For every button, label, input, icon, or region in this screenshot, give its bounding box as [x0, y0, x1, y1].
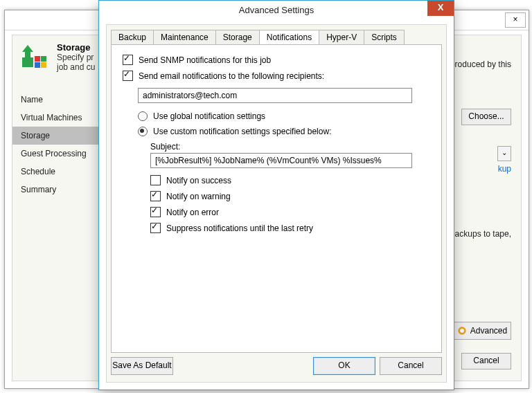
gear-icon	[457, 326, 467, 336]
snmp-label: Send SNMP notifications for this job	[139, 55, 271, 65]
svg-point-6	[461, 329, 463, 332]
sidebar-item-name[interactable]: Name	[12, 91, 109, 109]
save-as-default-button[interactable]: Save As Default	[111, 357, 173, 375]
notify-error-label: Notify on error	[166, 208, 219, 217]
notify-warning-label: Notify on warning	[166, 192, 231, 201]
suppress-checkbox[interactable]	[150, 223, 161, 233]
cancel-button[interactable]: Cancel	[380, 357, 442, 375]
wizard-page-subtitle: Specify prjob and cu	[57, 53, 95, 72]
tab-storage[interactable]: Storage	[215, 30, 260, 44]
notify-warning-checkbox[interactable]	[150, 191, 161, 201]
tab-backup[interactable]: Backup	[111, 30, 154, 44]
dialog-close-button[interactable]: X	[427, 1, 454, 16]
notify-success-label: Notify on success	[166, 176, 231, 185]
custom-settings-radio[interactable]	[138, 127, 148, 136]
dropdown-caret-icon[interactable]: ⌄	[497, 146, 511, 161]
sidebar-item-schedule[interactable]: Schedule	[12, 163, 109, 181]
sidebar-item-summary[interactable]: Summary	[12, 181, 109, 199]
tab-notifications[interactable]: Notifications	[259, 30, 319, 44]
advanced-settings-dialog: Advanced Settings X Backup Maintenance S…	[98, 0, 454, 390]
snmp-checkbox[interactable]	[123, 55, 133, 65]
custom-settings-label: Use custom notification settings specifi…	[153, 127, 331, 136]
storage-icon	[21, 42, 48, 70]
dialog-titlebar: Advanced Settings X	[99, 1, 454, 20]
suppress-label: Suppress notifications until the last re…	[166, 223, 313, 233]
svg-rect-1	[35, 56, 40, 62]
email-checkbox[interactable]	[123, 71, 133, 81]
wizard-sidebar: Name Virtual Machines Storage Guest Proc…	[12, 91, 109, 199]
tab-maintenance[interactable]: Maintenance	[153, 30, 216, 44]
ok-button[interactable]: OK	[313, 357, 375, 375]
email-recipients-input[interactable]	[138, 88, 412, 103]
svg-rect-2	[41, 56, 46, 62]
notify-success-checkbox[interactable]	[150, 175, 161, 185]
tab-hyper-v[interactable]: Hyper-V	[319, 30, 364, 44]
global-settings-label: Use global notification settings	[153, 111, 265, 121]
sidebar-item-storage[interactable]: Storage	[12, 127, 109, 145]
svg-rect-0	[22, 57, 33, 67]
bg-link-fragment[interactable]: kup	[498, 164, 511, 174]
sidebar-item-virtual-machines[interactable]: Virtual Machines	[12, 109, 109, 127]
notify-error-checkbox[interactable]	[150, 207, 161, 217]
sidebar-item-guest-processing[interactable]: Guest Processing	[12, 145, 109, 163]
tab-scripts[interactable]: Scripts	[364, 30, 405, 44]
svg-rect-3	[35, 62, 40, 68]
subject-label: Subject:	[150, 142, 430, 152]
subject-input[interactable]	[150, 153, 412, 168]
advanced-button-label: Advanced	[470, 326, 507, 336]
notifications-panel: Send SNMP notifications for this job Sen…	[111, 44, 442, 353]
advanced-button[interactable]: Advanced	[453, 322, 511, 340]
dialog-tabs: Backup Maintenance Storage Notifications…	[107, 25, 446, 44]
wizard-cancel-button[interactable]: Cancel	[461, 353, 511, 369]
global-settings-radio[interactable]	[138, 111, 148, 121]
wizard-close-button[interactable]: ×	[505, 12, 526, 28]
dialog-title: Advanced Settings	[239, 5, 314, 15]
email-label: Send email notifications to the followin…	[139, 71, 324, 81]
choose-button[interactable]: Choose...	[461, 109, 511, 125]
wizard-page-title: Storage	[57, 42, 95, 53]
svg-rect-4	[41, 62, 46, 68]
